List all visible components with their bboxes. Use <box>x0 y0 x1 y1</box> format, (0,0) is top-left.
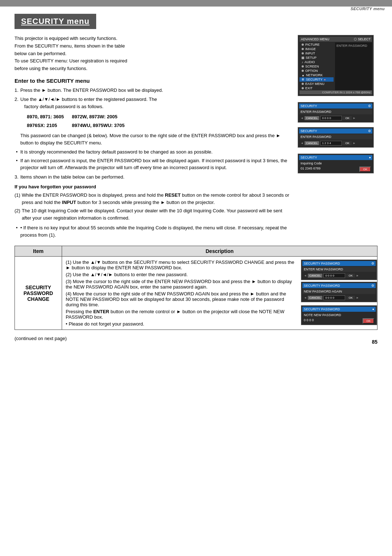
ui2-ok-btn[interactable]: OK <box>343 116 352 120</box>
ui2-header: SECURITY ⚙ <box>299 103 372 109</box>
ui4-header: SECURITY ● <box>299 155 372 160</box>
ui7-ok-btn[interactable]: OK <box>363 318 374 324</box>
page-number: 85 <box>372 339 377 345</box>
forgotten-note: • If there is no key input for about 55 … <box>15 224 290 238</box>
password-change-note: This password can be changed (& below). … <box>20 133 281 146</box>
ui2-cancel-btn[interactable]: CANCEL <box>305 116 319 120</box>
table-col-desc: Description <box>62 246 377 257</box>
ui1-setup: SETUP <box>299 56 334 60</box>
step3-list: 3. Items shown in the table below can be… <box>15 173 290 181</box>
ui1-audio: ♪ AUDIO <box>299 60 334 64</box>
ui4-title: Inquiring Code <box>299 161 372 166</box>
page-title: SECURITY menu <box>21 17 90 26</box>
ui6-cancel-btn[interactable]: CANCEL <box>308 296 322 300</box>
forgotten-title: If you have forgotten your password <box>15 184 290 189</box>
top-bar <box>0 0 392 7</box>
left-column: This projector is equipped with security… <box>15 35 290 240</box>
desc-p4: (4) Move the cursor to the right side of… <box>66 291 297 307</box>
ui7-title: NOTE NEW PASSWORD <box>302 312 376 318</box>
ui6-header: SECURITY PASSWORD ⚙ <box>302 283 376 288</box>
forgotten-step-2: (2) The 10 digit Inquiring Code will be … <box>15 207 290 221</box>
item-cell: SECURITY PASSWORD CHANGE <box>15 257 62 330</box>
ui-security-digits: SECURITY ⚙ ENTER PASSWORD ◄ CANCEL 1 2 3… <box>298 127 374 148</box>
desc-text: (1) Use the ▲/▼ buttons on the SECURITY … <box>66 259 297 327</box>
ui1-image: IMAGE <box>299 47 334 51</box>
ui1-picture: PICTURE <box>299 42 334 47</box>
bullet-2: If an incorrect password is input, the E… <box>15 157 290 171</box>
ui5-ok-btn[interactable]: OK <box>346 274 355 278</box>
ui6-new-again: SECURITY PASSWORD ⚙ NEW PASSWORD AGAIN ◄… <box>301 282 377 302</box>
ui5-password-row: ◄ CANCEL 0 0 0 0 OK ► <box>302 273 376 279</box>
desc-p6: • Please do not forget your password. <box>66 321 297 327</box>
ui1-bottom: COMPUTER IN 1 1024 x 768 @60Hz <box>299 90 372 94</box>
ui3-ok-btn[interactable]: OK <box>343 141 352 145</box>
enter-steps-list: 1. Press the ► button. The ENTER PASSWOR… <box>15 87 290 147</box>
ui3-password-row: ◄ CANCEL 1 2 3 4 OK ► <box>299 140 372 146</box>
ui1-security: ⛨ SECURITY ● <box>299 77 334 82</box>
desc-content: (1) Use the ▲/▼ buttons on the SECURITY … <box>66 259 373 327</box>
ui2-sub-header: ENTER PASSWORD <box>299 109 372 114</box>
ui7-code: 0 0 0 0 OK <box>302 318 376 323</box>
ui1-network: ▲ NETWORK <box>299 73 334 77</box>
ui5-cancel-btn[interactable]: CANCEL <box>308 274 322 278</box>
ui7-note-new: SECURITY PASSWORD ● NOTE NEW PASSWORD 0 … <box>301 305 377 325</box>
step-3: 3. Items shown in the table below can be… <box>15 173 290 181</box>
ui2-input: 0 0 0 0 <box>320 116 342 120</box>
ui1-exit: EXIT <box>299 86 334 90</box>
ui-security-enter: SECURITY ⚙ ENTER PASSWORD ◄ CANCEL 0 0 0… <box>298 102 374 123</box>
forgotten-steps: (1) While the ENTER PASSWORD box is disp… <box>15 192 290 221</box>
ui-advanced-menu: ADVANCED MENU ⬡ SELECT PICTURE IMAGE INP… <box>298 35 374 96</box>
bullet-1: It is strongly recommended the factory d… <box>15 148 290 156</box>
desc-p5: Pressing the ENTER button on the remote … <box>66 309 297 320</box>
ui5-enter-new: SECURITY PASSWORD ⚙ ENTER NEW PASSWORD ◄… <box>301 259 377 280</box>
enter-section-title: Enter to the SECURITY menu <box>15 78 290 84</box>
ui-inquiring-code: SECURITY ● Inquiring Code 01 2345 6789 O… <box>298 154 374 173</box>
ui1-header: ADVANCED MENU ⬡ SELECT <box>299 37 372 42</box>
right-screenshots-column: ADVANCED MENU ⬡ SELECT PICTURE IMAGE INP… <box>298 35 377 240</box>
ui3-cancel-btn[interactable]: CANCEL <box>305 141 319 145</box>
ui3-header: SECURITY ⚙ <box>299 128 372 134</box>
description-table: Item Description SECURITY PASSWORD CHANG… <box>15 246 377 330</box>
desc-p1: (1) Use the ▲/▼ buttons on the SECURITY … <box>66 259 297 270</box>
ui1-input: INPUT <box>299 51 334 56</box>
forgotten-step-1: (1) While the ENTER PASSWORD box is disp… <box>15 192 290 206</box>
ui1-screen: SCREEN <box>299 64 334 69</box>
ui5-header: SECURITY PASSWORD ⚙ <box>302 261 376 266</box>
ui6-input: 0 0 0 0 <box>323 295 345 300</box>
desc-cell: (1) Use the ▲/▼ buttons on the SECURITY … <box>62 257 377 330</box>
intro-text: This projector is equipped with security… <box>15 35 225 73</box>
ui6-sub-header: NEW PASSWORD AGAIN <box>302 289 376 294</box>
desc-p3: (3) Move the cursor to the right side of… <box>66 279 297 290</box>
ui2-password-row: ◄ CANCEL 0 0 0 0 OK ► <box>299 115 372 121</box>
input-bold: INPUT <box>62 200 76 205</box>
desc-p2: (2) Use the ▲/▼/◄/► buttons to enter the… <box>66 272 297 277</box>
reset-bold: RESET <box>165 192 180 198</box>
step-1: 1. Press the ► button. The ENTER PASSWOR… <box>15 87 290 94</box>
ui7-header: SECURITY PASSWORD ● <box>302 307 376 312</box>
ui6-ok-btn[interactable]: OK <box>346 296 355 300</box>
ui4-ok-btn[interactable]: OK <box>359 167 371 172</box>
ui6-password-row: ◄ CANCEL 0 0 0 0 OK ► <box>302 295 376 301</box>
ui5-sub-header: ENTER NEW PASSWORD <box>302 267 376 272</box>
table-col-item: Item <box>15 246 62 257</box>
step-2: 2. Use the ▲/▼/◄/► buttons to enter the … <box>15 96 290 146</box>
page-title-box: SECURITY menu <box>15 14 96 29</box>
continued-text: (continued on next page) <box>15 336 377 341</box>
ui4-code: 01 2345 6789 OK <box>299 166 372 171</box>
ui3-input: 1 2 3 4 <box>320 141 342 146</box>
password-table: 8970, 8971: 3605 8972W, 8973W: 2005 8976… <box>26 112 132 130</box>
ui5-input: 0 0 0 0 <box>323 273 345 278</box>
ui1-option: OPTION <box>299 69 334 73</box>
desc-right-screenshots: SECURITY PASSWORD ⚙ ENTER NEW PASSWORD ◄… <box>301 259 373 327</box>
table-row-security-password: SECURITY PASSWORD CHANGE (1) Use the ▲/▼… <box>15 257 377 330</box>
ui1-easymenu: EASY MENU <box>299 82 334 86</box>
ui3-sub-header: ENTER PASSWORD <box>299 134 372 139</box>
